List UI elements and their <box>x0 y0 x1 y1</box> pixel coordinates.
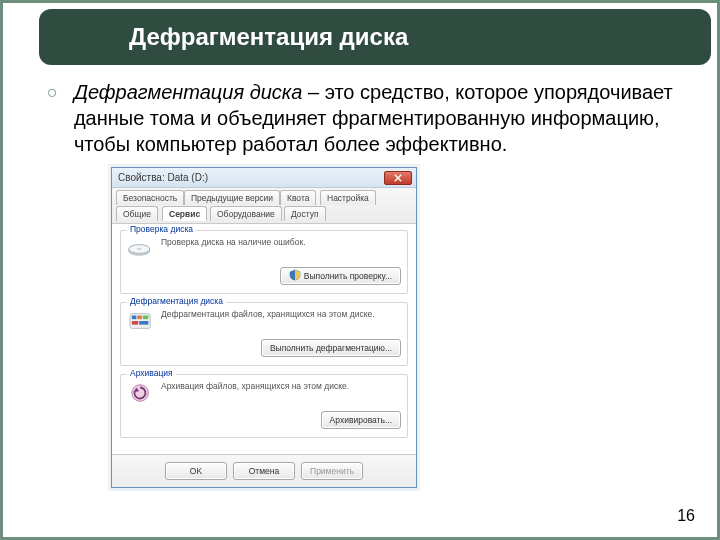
window-title: Свойства: Data (D:) <box>118 172 384 183</box>
window-titlebar: Свойства: Data (D:) <box>112 168 416 188</box>
dialog-button-bar: OK Отмена Применить <box>112 454 416 487</box>
tab-tools[interactable]: Сервис <box>162 206 207 221</box>
defrag-icon <box>127 309 155 333</box>
defrag-now-button[interactable]: Выполнить дефрагментацию... <box>261 339 401 357</box>
embedded-screenshot: Свойства: Data (D:) Безопасность Предыду… <box>111 167 417 488</box>
tab-sharing[interactable]: Доступ <box>284 206 326 221</box>
window-close-button[interactable] <box>384 171 412 185</box>
tab-general[interactable]: Общие <box>116 206 158 221</box>
cancel-button[interactable]: Отмена <box>233 462 295 480</box>
bullet-text: Дефрагментация диска – это средство, кот… <box>74 79 689 157</box>
slide-body: ○ Дефрагментация диска – это средство, к… <box>3 65 717 488</box>
backup-icon <box>127 381 155 405</box>
bullet-item: ○ Дефрагментация диска – это средство, к… <box>47 79 689 157</box>
svg-rect-7 <box>132 321 138 325</box>
ok-button[interactable]: OK <box>165 462 227 480</box>
tab-security[interactable]: Безопасность <box>116 190 184 205</box>
defrag-now-label: Выполнить дефрагментацию... <box>270 343 392 353</box>
group-archive: Архивация Архивация файлов, хранящихся н… <box>120 374 408 438</box>
bullet-term: Дефрагментация диска <box>74 81 303 103</box>
svg-rect-6 <box>143 316 149 320</box>
group-defrag-text: Дефрагментация файлов, хранящихся на это… <box>161 309 401 320</box>
group-check-text: Проверка диска на наличие ошибок. <box>161 237 401 248</box>
check-now-button[interactable]: Выполнить проверку... <box>280 267 401 285</box>
page-number: 16 <box>677 507 695 525</box>
group-check-disk: Проверка диска Проверка диска на наличие… <box>120 230 408 294</box>
slide-title: Дефрагментация диска <box>129 23 408 51</box>
svg-point-2 <box>137 248 142 250</box>
svg-rect-5 <box>137 316 142 320</box>
tab-prevvers[interactable]: Предыдущие версии <box>184 190 280 205</box>
apply-button[interactable]: Применить <box>301 462 363 480</box>
svg-rect-4 <box>132 316 137 320</box>
shield-icon <box>289 269 301 281</box>
group-archive-legend: Архивация <box>127 368 176 378</box>
group-check-legend: Проверка диска <box>127 224 196 234</box>
tab-quota[interactable]: Квота <box>280 190 316 205</box>
group-defrag-legend: Дефрагментация диска <box>127 296 226 306</box>
tab-hardware[interactable]: Оборудование <box>210 206 282 221</box>
group-archive-text: Архивация файлов, хранящихся на этом дис… <box>161 381 401 392</box>
check-now-label: Выполнить проверку... <box>304 271 392 281</box>
tab-strip: Безопасность Предыдущие версии Квота Нас… <box>112 188 416 224</box>
slide: Дефрагментация диска ○ Дефрагментация ди… <box>0 0 720 540</box>
svg-rect-8 <box>139 321 148 325</box>
close-icon <box>394 174 402 182</box>
tab-pane-tools: Проверка диска Проверка диска на наличие… <box>112 224 416 454</box>
properties-window: Свойства: Data (D:) Безопасность Предыду… <box>111 167 417 488</box>
backup-now-button[interactable]: Архивировать... <box>321 411 401 429</box>
backup-now-label: Архивировать... <box>330 415 392 425</box>
group-defrag: Дефрагментация диска <box>120 302 408 366</box>
slide-title-bar: Дефрагментация диска <box>39 9 711 65</box>
bullet-marker: ○ <box>47 81 58 157</box>
tab-customize[interactable]: Настройка <box>320 190 376 205</box>
drive-check-icon <box>127 237 155 261</box>
